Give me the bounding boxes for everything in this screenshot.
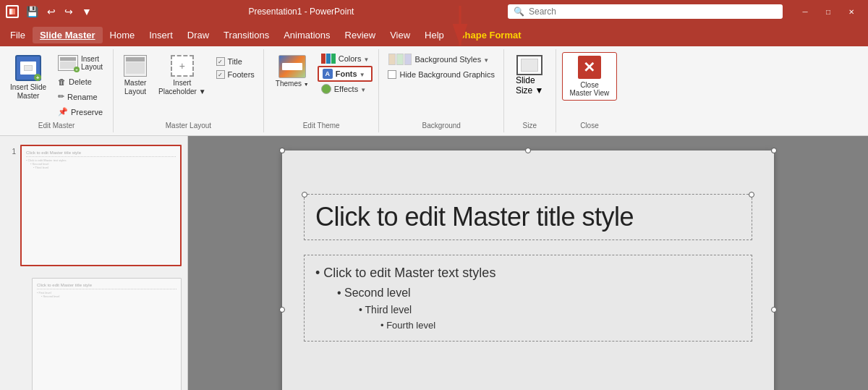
footers-checkbox[interactable]: Footers	[213, 69, 258, 80]
search-input[interactable]	[529, 7, 777, 17]
maximize-button[interactable]: □	[817, 4, 839, 19]
slide-canvas[interactable]: Click to edit Master title style Click t…	[282, 151, 774, 390]
colors-button[interactable]: Colors ▼	[318, 52, 373, 65]
quick-access-toolbar: 💾 ↩ ↪ ▼	[23, 4, 95, 19]
close-master-icon: ✕	[578, 56, 601, 79]
ribbon: + Insert SlideMaster + InsertLayout 🗑 De…	[0, 46, 868, 136]
title-handle-tl	[302, 192, 307, 198]
insert-placeholder-label: InsertPlaceholder ▼	[158, 79, 206, 96]
slide-panel: 1 Click to edit Master title style • Cli…	[0, 136, 188, 390]
search-bar[interactable]: 🔍	[508, 4, 783, 19]
preserve-icon: 📌	[58, 107, 68, 116]
title-bar: 💾 ↩ ↪ ▼ Presentation1 - PowerPoint 🔍 ─ □…	[0, 0, 868, 23]
insert-slide-master-button[interactable]: + Insert SlideMaster	[6, 52, 51, 103]
redo-button[interactable]: ↪	[61, 4, 76, 19]
close-master-view-button[interactable]: ✕ CloseMaster View	[562, 52, 618, 101]
slide-number-1: 1	[6, 148, 16, 156]
slide-thumb-1: Click to edit Master title style • Click…	[20, 145, 182, 266]
slide-item-1[interactable]: 1 Click to edit Master title style • Cli…	[3, 142, 184, 269]
text-handle-tr	[771, 148, 777, 153]
slide-size-button[interactable]: SlideSize ▼	[510, 52, 550, 98]
background-styles-button[interactable]: Background Styles ▼	[385, 52, 497, 67]
close-button[interactable]: ✕	[841, 4, 862, 19]
menu-bar: File Slide Master Home Insert Draw Trans…	[0, 23, 868, 46]
themes-button[interactable]: Themes ▼	[270, 52, 315, 90]
bg-styles-icon	[388, 54, 412, 65]
app-icon	[6, 5, 19, 18]
ribbon-group-close: ✕ CloseMaster View Close	[556, 49, 624, 132]
ribbon-group-edit-theme: Themes ▼ Colors ▼ A Fonts ▼	[264, 49, 380, 132]
bullet-level1: Click to edit Master text styles	[315, 263, 741, 284]
menu-view[interactable]: View	[383, 27, 417, 43]
handle-mid-right	[771, 307, 777, 313]
undo-button[interactable]: ↩	[44, 4, 59, 19]
menu-home[interactable]: Home	[103, 27, 142, 43]
menu-insert[interactable]: Insert	[142, 27, 180, 43]
preserve-button[interactable]: 📌 Preserve	[54, 105, 107, 119]
background-label: Background	[422, 122, 461, 130]
menu-review[interactable]: Review	[338, 27, 383, 43]
fonts-icon: A	[323, 69, 333, 79]
menu-file[interactable]: File	[3, 27, 33, 43]
insert-slide-master-label: Insert SlideMaster	[10, 83, 46, 101]
effects-label: Effects ▼	[334, 85, 366, 93]
size-content: SlideSize ▼	[510, 52, 550, 119]
close-master-label: CloseMaster View	[570, 81, 610, 97]
rename-icon: ✏	[58, 92, 64, 101]
delete-icon: 🗑	[58, 77, 66, 86]
edit-master-content: + Insert SlideMaster + InsertLayout 🗑 De…	[6, 52, 107, 119]
fonts-button[interactable]: A Fonts ▼	[318, 66, 373, 82]
delete-button[interactable]: 🗑 Delete	[54, 75, 107, 88]
master-layout-button[interactable]: MasterLayout	[119, 52, 151, 99]
effects-button[interactable]: Effects ▼	[318, 82, 373, 96]
handle-top-center	[525, 148, 531, 153]
effects-icon	[321, 84, 331, 94]
footers-check-icon	[216, 70, 225, 79]
menu-slide-master[interactable]: Slide Master	[33, 27, 103, 43]
slide-item-2[interactable]: Click to edit Master title style • First…	[14, 275, 184, 390]
close-content: ✕ CloseMaster View	[562, 52, 618, 119]
menu-animations[interactable]: Animations	[276, 27, 337, 43]
app-title: Presentation1 - PowerPoint	[101, 7, 502, 17]
minimize-button[interactable]: ─	[794, 4, 816, 19]
menu-shape-format[interactable]: Shape Format	[451, 27, 529, 43]
main-area: 1 Click to edit Master title style • Cli…	[0, 136, 868, 390]
close-label: Close	[580, 122, 599, 130]
canvas-area: Click to edit Master title style Click t…	[188, 136, 868, 390]
title-checkbox[interactable]: Title	[213, 56, 258, 67]
hide-background-checkbox[interactable]: Hide Background Graphics	[385, 69, 497, 80]
slide-size-label: SlideSize ▼	[516, 75, 544, 96]
search-icon: 🔍	[514, 7, 524, 17]
text-box[interactable]: Click to edit Master text styles Second …	[304, 255, 752, 342]
bullet-level2: Second level	[337, 284, 741, 302]
title-text: Click to edit Master title style	[315, 202, 741, 232]
menu-help[interactable]: Help	[417, 27, 451, 43]
master-layout-label: MasterLayout	[124, 79, 147, 96]
footers-check-label: Footers	[228, 70, 255, 79]
bullet-level4: Fourth level	[380, 318, 741, 334]
edit-theme-label: Edit Theme	[303, 122, 340, 130]
background-content: Background Styles ▼ Hide Background Grap…	[385, 52, 497, 119]
ribbon-group-master-layout: MasterLayout + InsertPlaceholder ▼ Title…	[114, 49, 264, 132]
customize-button[interactable]: ▼	[79, 4, 95, 19]
window-controls: ─ □ ✕	[794, 4, 862, 19]
slide-canvas-inner: Click to edit Master title style Click t…	[282, 151, 774, 356]
insert-slide-master-icon: +	[15, 55, 41, 81]
rename-button[interactable]: ✏ Rename	[54, 90, 107, 103]
themes-preview-icon	[278, 55, 306, 78]
hide-background-label: Hide Background Graphics	[399, 70, 494, 79]
master-layout-content: MasterLayout + InsertPlaceholder ▼ Title…	[119, 52, 258, 119]
size-label: Size	[522, 122, 536, 130]
title-box[interactable]: Click to edit Master title style	[304, 194, 752, 240]
ribbon-group-size: SlideSize ▼ Size	[504, 49, 556, 132]
edit-master-label: Edit Master	[38, 122, 75, 130]
handle-mid-left	[279, 307, 285, 313]
insert-placeholder-button[interactable]: + InsertPlaceholder ▼	[154, 52, 210, 99]
title-check-icon	[216, 57, 225, 66]
menu-transitions[interactable]: Transitions	[216, 27, 276, 43]
save-button[interactable]: 💾	[23, 4, 41, 19]
bullet-level3: Third level	[359, 302, 741, 318]
ribbon-group-edit-master: + Insert SlideMaster + InsertLayout 🗑 De…	[0, 49, 114, 132]
menu-draw[interactable]: Draw	[180, 27, 216, 43]
insert-layout-button[interactable]: + InsertLayout	[54, 52, 107, 74]
